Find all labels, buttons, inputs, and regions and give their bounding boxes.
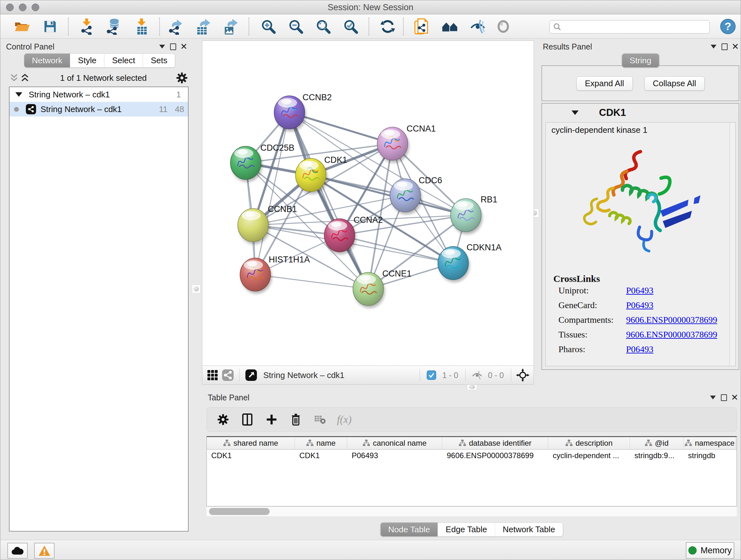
network-edge[interactable]: [255, 112, 289, 274]
tab-string[interactable]: String: [622, 54, 659, 67]
table-cell[interactable]: CDK1: [295, 449, 347, 462]
network-canvas[interactable]: CCNB2CCNA1CDC25BCDK1CDC6RB1CCNB1CCNA2CDK…: [202, 41, 534, 366]
share-document-button[interactable]: [413, 18, 430, 35]
column-header-canonical-name[interactable]: canonical name: [347, 437, 442, 449]
export-network-button[interactable]: [167, 18, 185, 35]
collapse-all-button[interactable]: Collapse All: [644, 76, 705, 91]
crosslink-link[interactable]: 9606.ENSP00000378699: [626, 315, 717, 329]
birds-eye-view-button[interactable]: [244, 368, 259, 382]
results-panel-float-button[interactable]: [719, 42, 730, 51]
cytoscape-window: Session: New Session: [0, 0, 741, 560]
table-panel-float-button[interactable]: [718, 393, 729, 402]
refresh-button[interactable]: [379, 18, 397, 35]
delete-column-button[interactable]: [288, 412, 303, 427]
results-panel-close-button[interactable]: ✕: [730, 42, 741, 51]
table-cell[interactable]: P06493: [347, 449, 442, 462]
results-scrollbar[interactable]: [730, 123, 735, 366]
home-view-button[interactable]: [441, 18, 459, 35]
expand-all-networks-button[interactable]: [19, 73, 30, 83]
zoom-out-button[interactable]: [287, 18, 305, 35]
network-node-CDC6[interactable]: CDC6: [390, 176, 442, 214]
network-node-CCNE1[interactable]: CCNE1: [353, 269, 412, 308]
table-row[interactable]: CDK1CDK1P064939606.ENSP00000378699cyclin…: [207, 449, 737, 462]
fit-content-button[interactable]: [515, 368, 530, 382]
table-cell[interactable]: stringdb:9...: [630, 449, 684, 462]
export-table-button[interactable]: [194, 18, 212, 35]
tab-sets[interactable]: Sets: [143, 54, 175, 67]
memory-button[interactable]: Memory: [686, 542, 734, 559]
zoom-selected-button[interactable]: [342, 18, 360, 35]
tab-edge-table[interactable]: Edge Table: [438, 523, 495, 537]
delete-table-button[interactable]: [313, 412, 327, 427]
tab-style[interactable]: Style: [70, 54, 105, 67]
function-builder-button[interactable]: f(x): [337, 412, 352, 427]
import-database-button[interactable]: [105, 18, 122, 35]
tab-node-table[interactable]: Node Table: [381, 523, 438, 537]
column-header-@id[interactable]: @id: [630, 437, 684, 449]
node-label: RB1: [481, 195, 497, 204]
table-cell[interactable]: cyclin-dependent ...: [548, 449, 630, 462]
network-node-CCNB1[interactable]: CCNB1: [238, 204, 297, 244]
hidden-indicator-button[interactable]: [469, 368, 485, 382]
hide-selected-button[interactable]: [469, 18, 487, 35]
import-table-button[interactable]: [133, 18, 151, 35]
expand-all-button[interactable]: Expand All: [576, 76, 633, 91]
network-node-RB1[interactable]: RB1: [451, 195, 497, 234]
results-panel-menu-button[interactable]: [708, 42, 719, 51]
open-session-button[interactable]: [13, 18, 31, 35]
create-column-button[interactable]: [264, 412, 279, 427]
export-image-button[interactable]: [222, 18, 240, 35]
grid-view-button[interactable]: [205, 368, 220, 382]
column-header-name[interactable]: name: [295, 437, 347, 449]
crosslink-link[interactable]: P06493: [626, 344, 654, 359]
warnings-button[interactable]: [34, 543, 55, 559]
column-header-database-identifier[interactable]: database identifier: [442, 437, 548, 449]
column-header-shared-name[interactable]: shared name: [207, 437, 295, 449]
network-row[interactable]: String Network – cdk1 11 48: [10, 102, 188, 117]
collection-expander-icon[interactable]: [15, 92, 22, 97]
help-button[interactable]: ?: [719, 18, 737, 35]
entry-expander-icon[interactable]: [571, 111, 579, 115]
crosslink-link[interactable]: P06493: [626, 300, 654, 315]
table-cell[interactable]: 9606.ENSP00000378699: [442, 449, 548, 462]
column-header-namespace[interactable]: namespace: [684, 437, 736, 449]
network-collection-row[interactable]: String Network – cdk1 1: [10, 87, 188, 102]
selected-indicator-checkbox[interactable]: [424, 368, 439, 382]
table-cell[interactable]: CDK1: [207, 449, 295, 462]
network-selection-status: 1 of 1 Network selected: [30, 73, 177, 83]
control-panel-float-button[interactable]: [167, 42, 179, 51]
save-session-button[interactable]: [41, 18, 59, 35]
table-options-button[interactable]: [216, 412, 230, 427]
collapse-all-networks-button[interactable]: [9, 73, 19, 83]
show-all-button[interactable]: [494, 18, 512, 35]
caret-down-icon: [710, 395, 716, 399]
column-header-description[interactable]: description: [548, 437, 630, 449]
zoom-fit-button[interactable]: [314, 18, 332, 35]
network-options-button[interactable]: [177, 73, 187, 83]
tab-select[interactable]: Select: [105, 54, 143, 67]
tab-network[interactable]: Network: [24, 54, 70, 67]
network-edge[interactable]: [255, 274, 368, 289]
control-panel-close-button[interactable]: ✕: [179, 42, 189, 51]
horizontal-splitter-handle[interactable]: [467, 384, 477, 390]
vertical-splitter-handle[interactable]: [192, 285, 201, 294]
table-panel-close-button[interactable]: ✕: [729, 393, 740, 402]
cloud-status-button[interactable]: [7, 543, 28, 559]
import-network-button[interactable]: [77, 18, 95, 35]
network-node-CDKN1A[interactable]: CDKN1A: [438, 243, 502, 282]
table-horizontal-scrollbar[interactable]: [206, 506, 737, 516]
table-panel-menu-button[interactable]: [708, 393, 718, 402]
zoom-in-button[interactable]: [259, 18, 277, 35]
tab-network-table[interactable]: Network Table: [495, 523, 562, 537]
network-node-CCNB2[interactable]: CCNB2: [274, 92, 332, 132]
network-node-CCNA2[interactable]: CCNA2: [324, 215, 383, 254]
table-cell[interactable]: stringdb: [684, 449, 736, 462]
control-panel-menu-button[interactable]: [157, 42, 167, 51]
crosslink-link[interactable]: P06493: [626, 286, 654, 300]
crosslink-link[interactable]: 9606.ENSP00000378699: [626, 329, 717, 344]
scrollbar-thumb[interactable]: [209, 508, 270, 515]
show-columns-button[interactable]: [240, 412, 255, 427]
network-node-HIST1H1A[interactable]: HIST1H1A: [240, 255, 310, 294]
search-input[interactable]: [561, 22, 710, 32]
string-view-button[interactable]: [220, 368, 235, 382]
